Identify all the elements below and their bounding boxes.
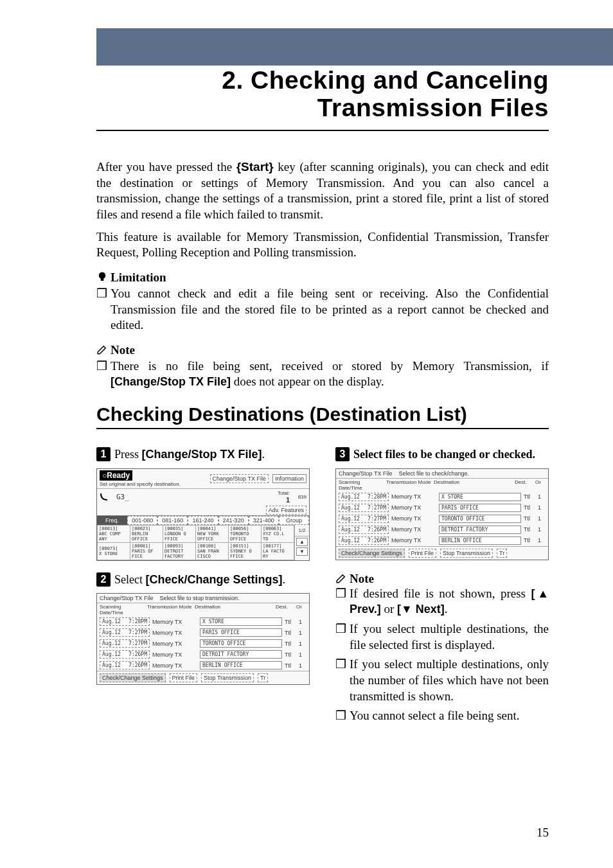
header-band — [96, 28, 613, 66]
note2-text: If desired file is not shown, press [▲ P… — [350, 586, 549, 617]
note2-item: ❒If you select multiple destinations, th… — [335, 621, 549, 653]
svg-point-0 — [99, 272, 106, 279]
change-stop-tx-button[interactable]: Change/Stop TX File — [210, 474, 269, 483]
intro-block: After you have pressed the {Start} key (… — [96, 159, 549, 390]
tx-mode: Memory TX — [152, 651, 197, 658]
left-column: 1 Press [Change/Stop TX File]. ○Ready Se… — [96, 443, 310, 728]
adv-features-button[interactable]: Adv. Features — [266, 506, 306, 515]
note2-item: ❒You cannot select a file being sent. — [335, 708, 549, 724]
intro-p1: After you have pressed the {Start} key (… — [96, 159, 549, 223]
dest-tab[interactable]: 001-080 — [127, 516, 157, 525]
note2-heading: Note — [335, 572, 549, 586]
panel-title: Change/Stop TX File — [100, 595, 153, 601]
file-row-button[interactable]: Aug.127:26PM — [100, 650, 150, 659]
file-row-button[interactable]: Aug.127:27PM — [100, 628, 150, 637]
dest-cell[interactable]: [00081] PARIS OF FICE — [130, 542, 163, 560]
col-header: Transmission Mode — [386, 479, 431, 491]
tr-button[interactable]: Tr — [258, 673, 268, 682]
dest-cell[interactable]: [00093] DETROIT FACTORY — [163, 542, 196, 560]
dest-cell[interactable]: [00151] SYDNEY O FFICE — [229, 542, 262, 560]
dest-tab[interactable]: 241-320 — [218, 516, 249, 525]
tx-mode: Memory TX — [391, 493, 436, 500]
dest-cell[interactable]: [00041] NEW YORK OFFICE — [196, 525, 229, 542]
dest-count: 1 — [299, 651, 306, 658]
dest-cell[interactable]: [00013] ABC COMP ANY — [98, 525, 130, 542]
dest-count: 1 — [538, 526, 546, 533]
destination-cell: X STORE — [439, 493, 521, 501]
col-header: Transmission Mode — [147, 604, 192, 616]
file-row-button[interactable]: Aug.127:27PM — [339, 515, 389, 523]
information-button[interactable]: Information — [272, 474, 306, 483]
chapter-line-1: 2. Checking and Canceling — [96, 67, 549, 94]
destination-cell: X STORE — [200, 617, 282, 626]
tx-mode: Memory TX — [152, 662, 197, 669]
panel-title: Change/Stop TX File — [339, 470, 392, 477]
col-header: Scanning Date/Time — [339, 479, 384, 491]
col-header: Or — [296, 604, 306, 616]
dest-count: 1 — [299, 630, 306, 636]
chapter-title: 2. Checking and Canceling Transmission F… — [96, 67, 549, 122]
dest-tab[interactable]: 161-240 — [188, 516, 218, 525]
destination-cell: TORONTO OFFICE — [200, 639, 282, 648]
dest-tab[interactable]: Group — [279, 516, 309, 525]
note1-heading: Note — [96, 342, 549, 359]
bullet-mark-icon: ❒ — [335, 586, 350, 617]
note1-text: There is no file being sent, received or… — [111, 359, 549, 390]
limitation-heading: Limitation — [96, 270, 549, 286]
dest-count: 1 — [538, 537, 546, 544]
print-file-button[interactable]: Print File — [409, 549, 437, 558]
file-row-button[interactable]: Aug.127:28PM — [100, 617, 150, 626]
page-down-button[interactable]: ▼ — [296, 547, 308, 556]
dest-ttl: Ttl — [524, 493, 535, 500]
dest-cell[interactable]: [00073] X STORE — [98, 542, 130, 560]
col-header: Or — [535, 479, 546, 491]
step-3: 3 Select files to be changed or checked. — [335, 447, 549, 462]
dest-count: 1 — [538, 493, 546, 500]
tx-mode: Memory TX — [391, 515, 436, 522]
limitation-lightbulb-icon — [96, 271, 108, 283]
dest-cell[interactable]: [00108] SAN FRAN CISCO — [196, 542, 229, 560]
file-row-button[interactable]: Aug.127:26PM — [339, 526, 389, 534]
start-key: {Start} — [236, 160, 274, 173]
file-row-button[interactable]: Aug.127:28PM — [339, 493, 389, 501]
file-row-button[interactable]: Aug.127:26PM — [339, 536, 389, 545]
note2-item: ❒If you select multiple destinations, on… — [335, 657, 549, 704]
file-row-button[interactable]: Aug.127:27PM — [339, 504, 389, 512]
note2-text: You cannot select a file being sent. — [350, 708, 549, 724]
note-pencil-icon — [335, 572, 347, 584]
step-number-icon: 3 — [335, 447, 350, 461]
stop-transmission-button[interactable]: Stop Transmission — [201, 673, 254, 682]
dest-tab[interactable]: 321-400 — [249, 516, 279, 525]
tr-button[interactable]: Tr — [497, 549, 507, 558]
print-file-button[interactable]: Print File — [170, 673, 198, 682]
stop-transmission-button[interactable]: Stop Transmission — [440, 549, 493, 558]
dest-ttl: Ttl — [524, 515, 535, 522]
panel-subtitle: Select file to check/change. — [398, 470, 469, 477]
ready-label: ○Ready — [100, 470, 132, 481]
dest-ttl: Ttl — [285, 619, 296, 625]
panel-subtitle: Select file to stop transmission. — [159, 595, 239, 601]
step-2: 2 Select [Check/Change Settings]. — [96, 572, 310, 587]
dest-tab[interactable]: 081-160 — [157, 516, 188, 525]
page-up-button[interactable]: ▲ — [296, 538, 308, 546]
right-column: 3 Select files to be changed or checked.… — [335, 443, 549, 728]
dest-cell[interactable]: [00056] TORONTO OFFICE — [229, 525, 262, 542]
intro-p2: This feature is available for Memory Tra… — [96, 229, 549, 261]
dest-cell[interactable]: [00177] LA FACTO RY — [262, 542, 294, 560]
check-change-settings-button[interactable]: Check/Change Settings — [339, 549, 405, 558]
svg-rect-1 — [101, 278, 104, 281]
note2-text: If you select multiple destinations, the… — [350, 621, 549, 653]
dest-tab[interactable]: Freq. — [97, 516, 127, 525]
file-row-button[interactable]: Aug.127:27PM — [100, 639, 150, 648]
dest-ttl: Ttl — [524, 526, 535, 533]
limitation-text: You cannot check and edit a file being s… — [111, 286, 549, 333]
file-row-button[interactable]: Aug.127:26PM — [100, 661, 150, 669]
chapter-line-2: Transmission Files — [96, 94, 549, 122]
phone-icon — [100, 492, 114, 501]
bullet-mark-icon: ❒ — [335, 657, 350, 704]
check-change-settings-button[interactable]: Check/Change Settings — [100, 673, 166, 682]
step-number-icon: 1 — [96, 447, 111, 461]
dest-cell[interactable]: [00023] BERLIN OFFICE — [130, 525, 163, 542]
dest-cell[interactable]: [00063] XYZ CO.L TD — [262, 525, 294, 542]
dest-cell[interactable]: [00035] LONDON O FFICE — [163, 525, 196, 542]
